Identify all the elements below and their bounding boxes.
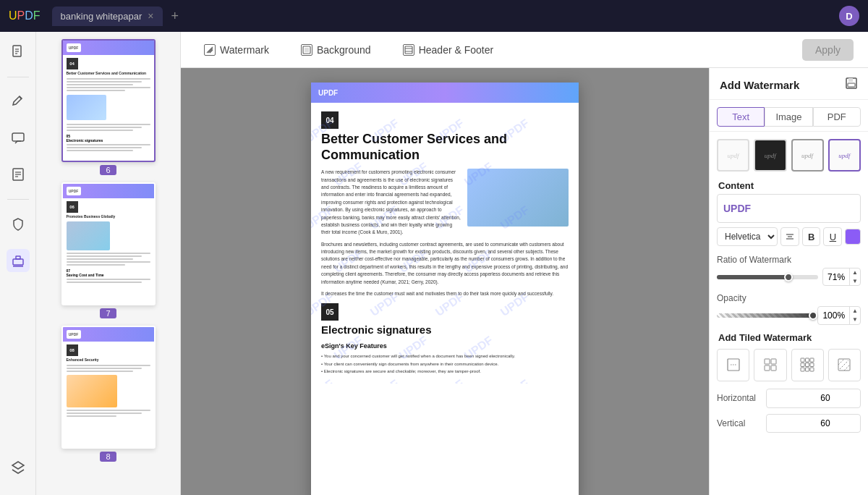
horizontal-input[interactable] <box>767 391 861 405</box>
logo: UPDF <box>9 9 41 22</box>
tiled-single[interactable] <box>717 349 749 381</box>
svg-rect-33 <box>806 363 809 367</box>
svg-rect-30 <box>806 358 809 362</box>
type-tab-image[interactable]: Image <box>765 107 812 127</box>
thumbnail-label-6: 6 <box>100 165 116 175</box>
doc-header-bar: UPDF <box>311 82 579 103</box>
watermark-tab[interactable]: Watermark <box>195 40 278 60</box>
header-footer-tab[interactable]: Header & Footer <box>394 40 503 60</box>
content-area: Watermark Background <box>181 32 868 495</box>
sidebar-icon-form[interactable] <box>7 163 30 186</box>
thumbnail-label-8: 8 <box>100 452 116 462</box>
opacity-value: 100% <box>818 309 849 322</box>
svg-rect-25 <box>765 359 770 364</box>
opacity-slider-wrap: 100% ▲ ▼ <box>717 306 861 324</box>
thumbnail-img-6: UPDF 04 Better Customer Services and Com… <box>61 39 156 162</box>
opacity-arrows: ▲ ▼ <box>849 307 860 323</box>
ratio-slider-track[interactable] <box>717 275 818 279</box>
doc-bullet-2: • Your client can conveniently sign docu… <box>321 360 569 368</box>
ratio-arrows: ▲ ▼ <box>849 268 860 285</box>
thumbnail-panel: UPDF 04 Better Customer Services and Com… <box>36 32 181 495</box>
bold-button[interactable]: B <box>802 227 821 246</box>
svg-rect-34 <box>810 363 814 367</box>
sidebar-icon-document[interactable] <box>7 41 30 64</box>
svg-rect-14 <box>405 46 412 54</box>
opacity-value-wrap: 100% ▲ ▼ <box>817 306 861 324</box>
tiled-3x3[interactable] <box>791 349 824 381</box>
watermark-icon <box>204 44 216 56</box>
tiled-diagonal[interactable] <box>828 349 861 381</box>
type-tab-text[interactable]: Text <box>717 107 765 127</box>
preset-1[interactable]: updf <box>717 139 749 172</box>
sidebar-divider-2 <box>7 199 29 200</box>
doc-title-2: Electronic signatures <box>321 323 569 337</box>
ratio-up[interactable]: ▲ <box>850 268 860 277</box>
ratio-label: Ratio of Watermark <box>717 255 861 265</box>
doc-body-3: It decreases the time the customer must … <box>321 290 569 297</box>
sidebar-icon-layers[interactable] <box>7 456 30 479</box>
tab-close-button[interactable]: × <box>148 11 153 21</box>
svg-rect-36 <box>806 368 809 371</box>
doc-main-title: Better Customer Services and Communicati… <box>321 132 569 163</box>
opacity-slider-track[interactable] <box>717 313 813 318</box>
thumbnail-img-7: UPDF 06 Promotes Business Globally 07Sav… <box>61 182 156 305</box>
ratio-down[interactable]: ▼ <box>850 277 860 286</box>
sidebar-icon-edit[interactable] <box>7 90 30 114</box>
svg-rect-9 <box>13 259 23 265</box>
header-footer-label: Header & Footer <box>419 44 494 56</box>
opacity-label: Opacity <box>717 293 861 303</box>
document-view: UPDF UPDF UPDF UPDF UPDF UPDF UPDF UPDF <box>181 68 709 495</box>
preset-3[interactable]: updf <box>791 139 824 172</box>
save-icon[interactable] <box>845 77 858 93</box>
apply-button[interactable]: Apply <box>802 39 854 61</box>
thumbnail-item-8[interactable]: UPDF 08 Enhanced Security <box>43 326 173 462</box>
ratio-slider-wrap: 71% ▲ ▼ <box>717 268 861 286</box>
panel-header: Add Watermark <box>710 68 868 100</box>
thumbnail-item-6[interactable]: UPDF 04 Better Customer Services and Com… <box>43 39 173 175</box>
content-input-value: UPDF <box>723 203 751 214</box>
watermark-label: Watermark <box>220 44 269 56</box>
panel-title: Add Watermark <box>720 79 799 91</box>
main-area: UPDF 04 Better Customer Services and Com… <box>0 32 868 495</box>
content-input-wrap[interactable]: UPDF <box>717 194 861 223</box>
avatar[interactable]: D <box>839 6 859 26</box>
preset-2[interactable]: updf <box>754 139 786 172</box>
sidebar-divider-1 <box>7 77 29 77</box>
horizontal-row: Horizontal ▲ ▼ <box>710 387 868 410</box>
sidebar-icon-protect[interactable] <box>7 213 30 236</box>
ratio-slider-row: Ratio of Watermark 71% ▲ ▼ <box>710 252 868 290</box>
doc-image-1 <box>467 169 569 227</box>
doc-and-panel: UPDF UPDF UPDF UPDF UPDF UPDF UPDF UPDF <box>181 68 868 495</box>
document-page: UPDF UPDF UPDF UPDF UPDF UPDF UPDF UPDF <box>311 82 579 495</box>
font-select[interactable]: Helvetica <box>717 227 778 246</box>
opacity-slider-row: Opacity 100% ▲ ▼ <box>710 290 868 329</box>
svg-rect-4 <box>12 133 24 141</box>
sidebar-icon-comment[interactable] <box>7 127 30 150</box>
sidebar-icon-stamp[interactable] <box>7 249 30 272</box>
vertical-input[interactable] <box>767 416 861 431</box>
doc-content: UPDF UPDF UPDF UPDF UPDF UPDF UPDF UPDF … <box>311 103 579 384</box>
background-tab[interactable]: Background <box>292 40 380 60</box>
opacity-slider-thumb[interactable] <box>809 311 817 320</box>
document-tab[interactable]: banking whitepapar × <box>52 7 163 26</box>
opacity-up[interactable]: ▲ <box>850 307 860 316</box>
ratio-slider-thumb[interactable] <box>784 273 793 282</box>
doc-body-2: Brochures and newsletters, including cus… <box>321 241 569 286</box>
type-tab-pdf[interactable]: PDF <box>813 107 861 127</box>
top-toolbar: Watermark Background <box>181 32 868 68</box>
preset-4[interactable]: updf <box>828 139 861 172</box>
sidebar <box>0 32 36 495</box>
underline-button[interactable]: U <box>823 227 842 246</box>
horizontal-input-wrap: ▲ ▼ <box>766 389 861 408</box>
doc-bullet-1: • You and your concerned customer will g… <box>321 352 569 360</box>
svg-rect-19 <box>848 83 855 87</box>
ratio-slider-fill <box>717 275 788 279</box>
horizontal-label: Horizontal <box>717 393 760 403</box>
color-picker[interactable] <box>845 229 861 245</box>
ratio-value-wrap: 71% ▲ ▼ <box>822 268 861 286</box>
thumbnail-item-7[interactable]: UPDF 06 Promotes Business Globally 07Sav… <box>43 182 173 318</box>
tiled-2x2[interactable] <box>754 349 786 381</box>
opacity-down[interactable]: ▼ <box>850 316 860 324</box>
align-icon[interactable] <box>780 227 799 246</box>
new-tab-button[interactable]: + <box>171 9 179 24</box>
